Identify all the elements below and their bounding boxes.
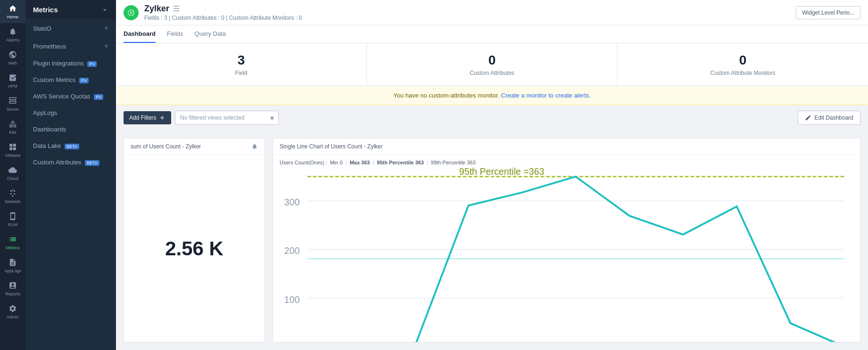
widget-large-card: Single Line Chart of Users Count - Zylke… bbox=[273, 138, 860, 342]
chart-svg-wrap: 0 100 200 300 95th Percentile =363 bbox=[280, 169, 853, 342]
nav-applogs-label: AppLogs bbox=[4, 269, 21, 273]
tab-fields[interactable]: Fields bbox=[167, 25, 183, 43]
nav-home-label: Home bbox=[7, 15, 18, 19]
nav-home[interactable]: Home bbox=[0, 0, 25, 23]
sidebar-item-custom-attrs-label: Custom Attributes BETA bbox=[33, 159, 99, 166]
sidebar-item-statsd-label: StatsD bbox=[33, 25, 51, 32]
stat-field-value: 3 bbox=[125, 53, 357, 68]
topbar: Zylker ☰ Fields : 3 | Custom Attributes … bbox=[116, 0, 868, 25]
sidebar-item-custom-metrics[interactable]: Custom Metrics PV bbox=[25, 72, 116, 88]
line-chart: 0 100 200 300 95th Percentile =363 bbox=[280, 169, 853, 342]
nav-server[interactable]: Server bbox=[0, 92, 25, 115]
nav-network[interactable]: Network bbox=[0, 185, 25, 208]
tab-bar: Dashboard Fields Query Data bbox=[116, 25, 868, 43]
legend-max: Max 363 bbox=[350, 160, 370, 165]
nav-rum-label: RUM bbox=[8, 222, 18, 227]
legend-min: Min 0 bbox=[330, 160, 343, 165]
nav-server-label: Server bbox=[7, 107, 19, 112]
nav-vmware-label: VMware bbox=[5, 153, 20, 158]
svg-text:300: 300 bbox=[284, 197, 300, 207]
entity-icon bbox=[124, 5, 139, 20]
metrics-icon bbox=[8, 235, 17, 244]
nav-cloud[interactable]: Cloud bbox=[0, 162, 25, 185]
sidebar-prometheus-plus-icon[interactable]: + bbox=[104, 42, 108, 50]
dashboard-grid: sum of Users Count - Zylker 2.56 K Singl… bbox=[116, 130, 868, 350]
data-lake-badge: BETA bbox=[65, 144, 79, 149]
nav-reports[interactable]: Reports bbox=[0, 277, 25, 300]
sidebar-statsd-plus-icon[interactable]: + bbox=[104, 24, 108, 33]
sidebar-item-plugin-integrations[interactable]: Plugin Integrations PV bbox=[25, 55, 116, 72]
edit-dashboard-button[interactable]: Edit Dashboard bbox=[798, 111, 860, 125]
edit-icon bbox=[805, 114, 811, 121]
vmware-icon bbox=[8, 142, 17, 152]
sidebar-item-prometheus[interactable]: Prometheus + bbox=[25, 37, 116, 55]
widget-large-title: Single Line Chart of Users Count - Zylke… bbox=[280, 143, 383, 150]
nav-metrics[interactable]: Metrics bbox=[0, 231, 25, 254]
tab-dashboard[interactable]: Dashboard bbox=[124, 25, 156, 43]
sidebar-item-aws-quotas[interactable]: AWS Service Quotas PV bbox=[25, 88, 116, 105]
topbar-meta: Fields : 3 | Custom Attributes : 0 | Cus… bbox=[144, 15, 302, 21]
sidebar-item-data-lake[interactable]: Data Lake BETA bbox=[25, 138, 116, 154]
nav-applogs[interactable]: AppLogs bbox=[0, 254, 25, 277]
stat-custom-attrs: 0 Custom Attributes bbox=[367, 43, 618, 86]
sidebar-item-statsd[interactable]: StatsD + bbox=[25, 19, 116, 37]
plus-icon bbox=[159, 114, 165, 121]
home-icon bbox=[8, 4, 17, 13]
sidebar-item-applogs-label: AppLogs bbox=[33, 109, 57, 116]
nav-admin-label: Admin bbox=[7, 315, 19, 319]
stat-field: 3 Field bbox=[116, 43, 367, 86]
filters-dropdown-wrap: No filtered views selected bbox=[175, 111, 279, 125]
tab-query-data[interactable]: Query Data bbox=[195, 25, 226, 43]
sidebar-item-applogs[interactable]: AppLogs bbox=[25, 105, 116, 121]
k8s-icon bbox=[8, 119, 17, 129]
main-content: Zylker ☰ Fields : 3 | Custom Attributes … bbox=[116, 0, 868, 350]
nav-admin[interactable]: Admin bbox=[0, 300, 25, 323]
legend-label: Users Count(Ones) : bbox=[280, 160, 327, 165]
sidebar-item-dashboards[interactable]: Dashboards bbox=[25, 121, 116, 138]
nav-web[interactable]: Web bbox=[0, 46, 25, 69]
toolbar: Add Filters No filtered views selected E… bbox=[116, 105, 868, 130]
widget-period-button[interactable]: Widget Level Perio... bbox=[796, 6, 860, 19]
admin-icon bbox=[8, 304, 17, 313]
chart-container: Users Count(Ones) : Min 0 | Max 363 | 95… bbox=[273, 155, 860, 342]
network-icon bbox=[8, 188, 17, 198]
sidebar: Metrics StatsD + Prometheus + Plugin Int… bbox=[25, 0, 116, 350]
sidebar-title: Metrics bbox=[33, 6, 58, 14]
alarms-icon bbox=[8, 27, 17, 36]
alert-text: You have no custom-attributes monitor. bbox=[393, 92, 499, 99]
sidebar-item-prometheus-label: Prometheus bbox=[33, 43, 66, 50]
nav-k8s[interactable]: K8s bbox=[0, 115, 25, 138]
web-icon bbox=[8, 50, 17, 59]
nav-cloud-label: Cloud bbox=[7, 176, 18, 181]
stat-custom-attrs-label: Custom Attributes bbox=[376, 70, 608, 76]
stat-custom-attrs-value: 0 bbox=[376, 53, 608, 68]
widget-small-card: sum of Users Count - Zylker 2.56 K bbox=[124, 138, 265, 342]
nav-metrics-label: Metrics bbox=[6, 245, 20, 250]
icon-nav: Home Alarms Web APM Server K8s VMware bbox=[0, 0, 25, 350]
nav-rum[interactable]: RUM bbox=[0, 208, 25, 231]
custom-attrs-badge: BETA bbox=[85, 160, 99, 166]
sidebar-item-custom-metrics-label: Custom Metrics PV bbox=[33, 76, 89, 83]
nav-vmware[interactable]: VMware bbox=[0, 138, 25, 162]
menu-icon[interactable]: ☰ bbox=[173, 4, 180, 13]
nav-alarms[interactable]: Alarms bbox=[0, 23, 25, 46]
sidebar-item-custom-attributes[interactable]: Custom Attributes BETA bbox=[25, 154, 116, 171]
edit-dashboard-label: Edit Dashboard bbox=[814, 114, 853, 121]
svg-text:100: 100 bbox=[284, 294, 300, 304]
stat-attr-monitors-label: Custom Attribute Monitors bbox=[627, 70, 859, 76]
alert-banner: You have no custom-attributes monitor. C… bbox=[116, 86, 868, 105]
alert-link[interactable]: Create a monitor to create alerts. bbox=[501, 92, 591, 99]
stat-attr-monitors: 0 Custom Attribute Monitors bbox=[618, 43, 868, 86]
svg-rect-1 bbox=[13, 144, 16, 147]
sidebar-item-dashboards-label: Dashboards bbox=[33, 126, 66, 133]
nav-alarms-label: Alarms bbox=[6, 38, 19, 42]
add-filters-button[interactable]: Add Filters bbox=[124, 111, 171, 124]
page-title: Zylker bbox=[144, 4, 169, 14]
svg-text:200: 200 bbox=[284, 245, 300, 256]
stat-attr-monitors-value: 0 bbox=[627, 53, 859, 68]
bell-icon[interactable] bbox=[251, 143, 258, 150]
filters-dropdown[interactable]: No filtered views selected bbox=[175, 111, 279, 125]
rum-icon bbox=[8, 212, 17, 221]
nav-apm[interactable]: APM bbox=[0, 69, 25, 92]
svg-rect-3 bbox=[13, 147, 16, 150]
